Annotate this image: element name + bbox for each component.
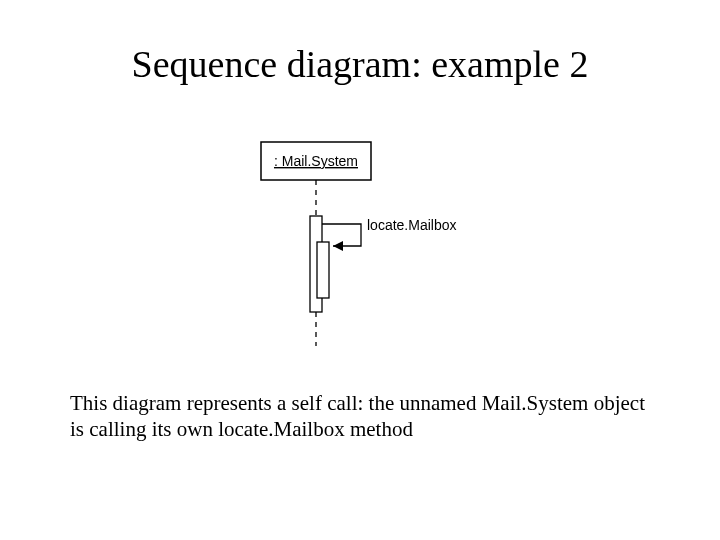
sequence-diagram: : Mail.System locate.Mailbox [255, 138, 493, 350]
slide: Sequence diagram: example 2 : Mail.Syste… [0, 0, 720, 540]
message-label: locate.Mailbox [367, 217, 457, 233]
object-label: : Mail.System [274, 153, 358, 169]
page-title: Sequence diagram: example 2 [0, 42, 720, 86]
activation-inner [317, 242, 329, 298]
sequence-diagram-svg: : Mail.System locate.Mailbox [255, 138, 493, 350]
caption-text: This diagram represents a self call: the… [70, 390, 660, 443]
self-call-arrowhead [333, 241, 343, 251]
